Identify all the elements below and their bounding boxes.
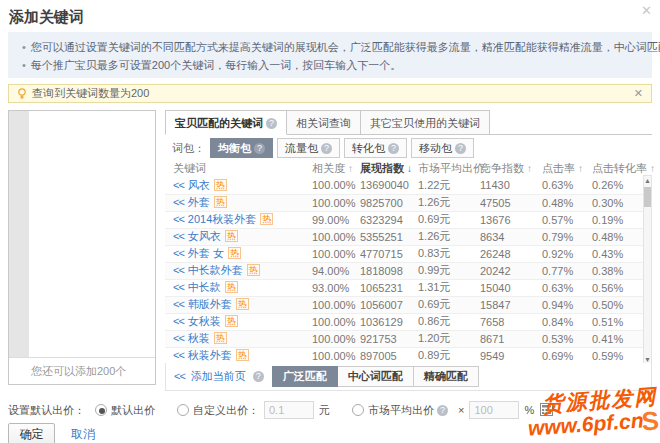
add-keyword-button[interactable]: << <box>173 332 184 344</box>
column-header[interactable]: 竞争指数 ↑ <box>478 161 540 177</box>
word-package-row: 词包： 均衡包?流量包?转化包?移动包? <box>165 135 652 161</box>
info-box: •您可以通过设置关键词的不同匹配方式来提高关键词的展现机会，广泛匹配能获得最多流… <box>8 32 652 78</box>
tab[interactable]: 宝贝匹配的关键词? <box>165 110 287 135</box>
keyword-table-body: <<风衣热 100.00% 13690040 1.22元 11430 0.63%… <box>165 177 644 364</box>
add-keyword-button[interactable]: << <box>173 247 184 259</box>
relevance-cell: 100.00% <box>310 177 358 194</box>
cvr-cell: 0.19% <box>590 211 644 228</box>
cvr-cell: 0.48% <box>590 228 644 245</box>
keyword-link[interactable]: 韩版外套 <box>188 298 232 310</box>
column-header[interactable]: 关键词 <box>165 161 310 177</box>
help-icon[interactable]: ? <box>437 405 448 416</box>
help-icon[interactable]: ? <box>455 143 466 154</box>
scrollbar-thumb[interactable] <box>644 187 651 207</box>
cvr-cell: 0.56% <box>590 279 644 296</box>
match-type-button[interactable]: 中心词匹配 <box>338 366 414 387</box>
sort-arrow-icon[interactable]: ↑ <box>348 163 353 174</box>
impressions-cell: 6323294 <box>358 211 416 228</box>
column-header[interactable]: 点击率 ↑ <box>540 161 590 177</box>
custom-bid-radio[interactable] <box>177 404 189 416</box>
add-keyword-button[interactable]: << <box>173 315 184 327</box>
add-prefix: << <box>174 370 185 382</box>
hot-badge: 热 <box>228 247 241 259</box>
keyword-link[interactable]: 外套 <box>188 196 210 208</box>
avg-bid-cell: 0.69元 <box>416 211 478 228</box>
help-icon[interactable]: ? <box>266 118 277 129</box>
match-type-button[interactable]: 广泛匹配 <box>272 366 338 387</box>
add-keywords-dialog: 添加关键词 ✕ •您可以通过设置关键词的不同匹配方式来提高关键词的展现机会，广泛… <box>0 0 660 443</box>
relevance-cell: 93.00% <box>310 279 358 296</box>
default-bid-radio[interactable] <box>95 404 107 416</box>
help-icon[interactable]: ? <box>321 143 332 154</box>
hot-badge: 热 <box>225 230 238 242</box>
column-header[interactable]: 相关度 ↑ <box>310 161 358 177</box>
scroll-up-arrow-icon[interactable]: ▲ <box>644 176 651 185</box>
competition-cell: 13676 <box>478 211 540 228</box>
relevance-cell: 100.00% <box>310 194 358 211</box>
column-header[interactable]: 展现指数 ↓ <box>358 161 416 177</box>
keyword-link[interactable]: 女风衣 <box>188 230 221 242</box>
keyword-link[interactable]: 秋装外套 <box>188 349 232 361</box>
add-keyword-button[interactable]: << <box>173 264 184 276</box>
hot-badge: 热 <box>260 213 273 225</box>
add-keyword-button[interactable]: << <box>173 298 184 310</box>
sort-arrow-icon[interactable]: ↑ <box>527 163 532 174</box>
add-keyword-button[interactable]: << <box>173 179 184 191</box>
word-package-button[interactable]: 转化包? <box>344 138 407 158</box>
keywords-input[interactable] <box>29 111 155 358</box>
match-type-button[interactable]: 精确匹配 <box>414 366 479 387</box>
keyword-link[interactable]: 外套 女 <box>188 247 224 259</box>
impressions-cell: 13690040 <box>358 177 416 194</box>
relevance-cell: 100.00% <box>310 245 358 262</box>
add-keyword-button[interactable]: << <box>173 349 184 361</box>
word-package-button-label: 均衡包 <box>218 142 251 154</box>
hot-badge: 热 <box>214 196 227 208</box>
relevance-cell: 100.00% <box>310 296 358 313</box>
bullet-dot: • <box>22 41 26 53</box>
keyword-table-header: 关键词 相关度 ↑展现指数 ↓市场平均出价 ↑竞争指数 ↑点击率 ↑点击转化率 … <box>165 161 644 177</box>
help-icon[interactable]: ? <box>253 371 264 382</box>
tab[interactable]: 其它宝贝使用的关键词 <box>361 110 490 135</box>
tab[interactable]: 相关词查询 <box>287 110 361 135</box>
keyword-link[interactable]: 2014秋装外套 <box>188 213 256 225</box>
keyword-link[interactable]: 秋装 <box>188 332 210 344</box>
add-keyword-button[interactable]: << <box>173 213 184 225</box>
default-bid-label: 默认出价 <box>111 403 155 418</box>
keyword-link[interactable]: 中长款 <box>188 281 221 293</box>
cancel-link[interactable]: 取消 <box>71 426 95 443</box>
column-header[interactable]: 点击转化率 ↑ <box>590 161 644 177</box>
sort-arrow-icon[interactable]: ↑ <box>650 163 655 174</box>
impressions-cell: 1818098 <box>358 262 416 279</box>
column-header[interactable]: 市场平均出价 ↑ <box>416 161 478 177</box>
word-package-button[interactable]: 移动包? <box>411 138 474 158</box>
confirm-button[interactable]: 确定 <box>8 423 55 443</box>
alert-close-icon[interactable]: ✕ <box>634 87 643 100</box>
word-package-button[interactable]: 流量包? <box>277 138 340 158</box>
ctr-cell: 0.48% <box>540 194 590 211</box>
competition-cell: 8671 <box>478 330 540 347</box>
calculator-icon[interactable] <box>540 403 553 418</box>
bullet-dot: • <box>22 59 26 71</box>
market-avg-bid-radio[interactable] <box>352 404 364 416</box>
column-header-label: 市场平均出价 <box>418 162 484 174</box>
avg-bid-cell: 0.83元 <box>416 245 478 262</box>
close-icon[interactable]: ✕ <box>641 3 650 18</box>
sort-arrow-icon[interactable]: ↑ <box>578 163 583 174</box>
sort-arrow-icon[interactable]: ↓ <box>407 163 412 174</box>
add-keyword-button[interactable]: << <box>173 196 184 208</box>
word-package-button[interactable]: 均衡包? <box>210 138 273 158</box>
keyword-link[interactable]: 中长款外套 <box>188 264 243 276</box>
hot-badge: 热 <box>214 179 227 191</box>
help-icon[interactable]: ? <box>254 143 265 154</box>
ctr-cell: 0.77% <box>540 262 590 279</box>
add-keyword-button[interactable]: << <box>173 230 184 242</box>
add-current-page-link[interactable]: <<添加当前页 <box>174 369 246 384</box>
table-scrollbar[interactable]: ▲ ▼ <box>643 175 652 365</box>
ctr-cell: 0.53% <box>540 330 590 347</box>
help-icon[interactable]: ? <box>388 143 399 154</box>
keyword-link[interactable]: 女秋装 <box>188 315 221 327</box>
keyword-link[interactable]: 风衣 <box>188 179 210 191</box>
add-keyword-button[interactable]: << <box>173 281 184 293</box>
custom-bid-input[interactable] <box>264 401 314 419</box>
market-percent-input[interactable] <box>469 401 519 419</box>
